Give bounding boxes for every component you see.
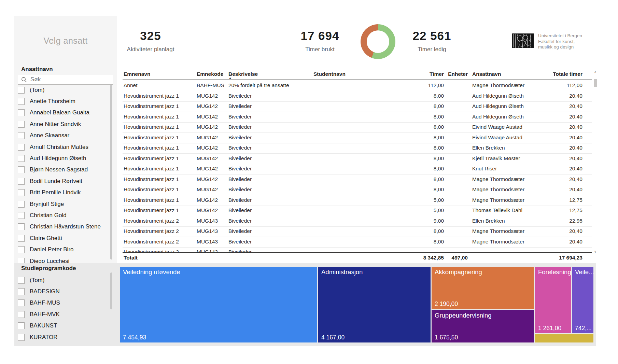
slicer-item[interactable]: Britt Pernille Lindvik [14,187,113,198]
table-row[interactable]: Hovudinstrument jazz 1MUG142Biveileder8,… [123,122,592,133]
slicer-item-label: Christian Håvardstun Stene [30,223,101,230]
slicer-item[interactable]: Aud Hildegunn Øiseth [14,153,113,164]
treemap-tile[interactable]: Veile...742,... [572,267,593,333]
slicer-item[interactable]: Brynjulf Stige [14,198,113,210]
scroll-down-icon[interactable]: ∨ [593,250,598,254]
slicer-item[interactable]: Christian Håvardstun Stene [14,221,113,233]
checkbox-icon[interactable] [18,132,25,139]
column-header-emnekode[interactable]: Emnekode [197,69,227,79]
column-header-ansattnavn[interactable]: Ansattnavn [472,69,551,79]
column-header-studentnavn[interactable]: Studentnavn [313,69,402,79]
checkbox-icon[interactable] [18,311,25,318]
checkbox-icon[interactable] [18,189,25,196]
treemap-tile-value: 1 261,00 [538,325,561,332]
slicer-item[interactable]: Bodil Lunde Rørtveit [14,176,113,187]
treemap-tile[interactable]: Veiledning utøvende7 454,93 [120,267,317,342]
table-row[interactable]: AnnetBAHF-MUS20% fordelt på tre ansatte1… [123,80,592,91]
column-header-timer[interactable]: Timer [403,69,444,79]
slicer-item[interactable]: BADESIGN [14,286,113,297]
slicer-item[interactable]: KURATOR [14,332,113,343]
treemap-tile[interactable]: Administrasjon4 167,00 [318,267,431,342]
checkbox-icon[interactable] [18,178,25,185]
slicer-item-label: Anne Skaansar [30,132,69,139]
checkbox-icon[interactable] [18,87,25,94]
slicer-item[interactable]: BAHF-MUS [14,297,113,309]
checkbox-icon[interactable] [18,212,25,219]
checkbox-icon[interactable] [18,155,25,162]
checkbox-icon[interactable] [18,277,25,284]
slicer-item[interactable]: (Tom) [14,84,113,96]
table-row[interactable]: Hovudinstrument jazz 2MUG143Biveileder8,… [123,237,592,248]
slicer-item[interactable]: Anne Skaansar [14,130,113,141]
slicer-item[interactable]: Daniel Peter Biro [14,244,113,255]
column-header-beskrivelse[interactable]: Beskrivelse [228,69,312,79]
treemap-tile[interactable]: Akkompagnering2 190,00 [432,267,534,309]
checkbox-icon[interactable] [18,109,25,116]
table-total-row: Totalt 8 342,85 497,00 17 694,23 [123,252,592,263]
table-row[interactable]: Hovudinstrument jazz 1MUG142Biveileder8,… [123,184,592,195]
treemap-tile-value: 742,... [575,325,592,332]
column-header-enheter[interactable]: Enheter [446,69,468,79]
table-row[interactable]: Hovudinstrument jazz 1MUG142Biveileder8,… [123,174,592,185]
table-cell: MUG142 [197,174,227,184]
slicer-item[interactable]: Bjørn Nessen Sagstad [14,164,113,176]
slicer-item[interactable]: Anne Nitter Sandvik [14,118,113,130]
slicer-item[interactable]: Annabel Balean Guaita [14,107,113,118]
table-row[interactable]: Hovudinstrument jazz 1MUG142Biveileder8,… [123,132,592,143]
employee-list-scrollbar[interactable] [110,85,112,260]
table-row[interactable]: Hovudinstrument jazz 1MUG142Biveileder8,… [123,101,592,112]
scroll-up-icon[interactable]: ∧ [593,70,598,74]
table-row[interactable]: Hovudinstrument jazz 1MUG142Biveileder8,… [123,153,592,164]
checkbox-icon[interactable] [18,201,25,208]
table-row[interactable]: Hovudinstrument jazz 1MUG142Biveileder8,… [123,164,592,174]
table-row[interactable]: Hovudinstrument jazz 2MUG143Biveileder9,… [123,216,592,227]
program-list-scrollbar[interactable] [110,272,112,309]
table-cell: 8,00 [403,143,444,153]
slicer-item[interactable]: BAKUNST [14,320,113,332]
checkbox-icon[interactable] [18,121,25,128]
checkbox-icon[interactable] [18,223,25,230]
slicer-item[interactable]: Anette Thorsheim [14,96,113,107]
checkbox-icon[interactable] [18,258,25,263]
slicer-item[interactable]: Diego Lucchesi [14,255,113,263]
column-header-emnenavn[interactable]: Emnenavn [124,69,194,79]
slicer-item[interactable]: Arnulf Christian Mattes [14,141,113,153]
slicer-item[interactable]: (Tom) [14,275,113,286]
table-cell: Biveileder [228,101,312,111]
checkbox-icon[interactable] [18,334,25,341]
table-row[interactable]: Hovudinstrument jazz 1MUG142Biveileder8,… [123,112,592,123]
checkbox-icon[interactable] [18,246,25,253]
checkbox-icon[interactable] [18,235,25,242]
checkbox-icon[interactable] [18,144,25,151]
table-row[interactable]: Hovudinstrument jazz 1MUG142Biveileder5,… [123,205,592,216]
column-header-totale-timer[interactable]: Totale timer [551,69,582,79]
employee-search-box[interactable] [18,75,113,85]
checkbox-icon[interactable] [18,98,25,105]
table-row[interactable]: Hovudinstrument jazz 2MUG143Biveileder8,… [123,226,592,237]
slicer-item[interactable]: Christian Gold [14,210,113,221]
table-row[interactable]: Hovudinstrument jazz 1MUG142Biveileder8,… [123,143,592,154]
table-row[interactable]: Hovudinstrument jazz 1MUG142Biveileder8,… [123,91,592,102]
powerbi-dashboard: Velg ansatt Ansattnavn (Tom)Anette Thors… [0,0,618,364]
checkbox-icon[interactable] [18,322,25,329]
slicer-item-label: BAKUNST [30,322,57,329]
treemap-tile[interactable] [535,334,593,342]
kpi-hours-free-label: Timer ledig [398,46,466,53]
employee-search-input[interactable] [30,76,106,83]
checkbox-icon[interactable] [18,299,25,306]
treemap-tile[interactable]: Forelesning1 261,00 [535,267,571,333]
slicer-item[interactable]: BAHF-MVK [14,309,113,320]
table-cell: 112,00 [403,80,444,90]
table-cell: Magne Thormodsæter [472,226,551,236]
table-scrollbar-thumb[interactable] [594,79,597,87]
table-row[interactable]: Hovudinstrument jazz 1MUG142Biveileder5,… [123,195,592,206]
slicer-item-label: Christian Gold [30,212,67,219]
slicer-item[interactable]: Claire Ghetti [14,233,113,244]
treemap-tile[interactable]: Gruppeundervisning1 675,50 [432,310,534,342]
table-cell: Magne Thormodsæter [472,237,551,247]
checkbox-icon[interactable] [18,288,25,295]
table-cell: Aud Hildegunn Øiseth [472,91,551,101]
hours-donut-chart[interactable] [361,24,395,59]
table-row-partial[interactable]: Hovudinstrument jazz 2MUG143Biveileder [123,247,592,252]
checkbox-icon[interactable] [18,166,25,173]
